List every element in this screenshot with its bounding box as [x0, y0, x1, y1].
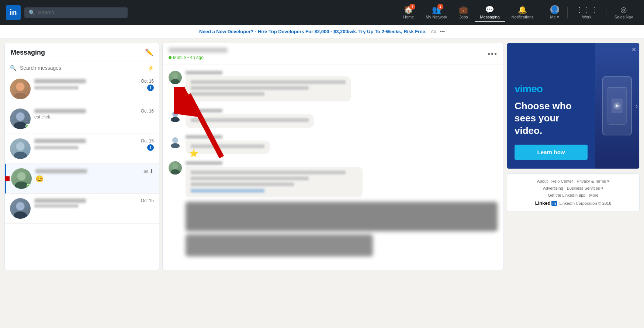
- nav-item-work[interactable]: ⋮⋮⋮ Work: [571, 3, 603, 22]
- footer-app[interactable]: Get the LinkedIn app: [548, 193, 585, 197]
- chat-messages-wrapper: ⭐: [163, 65, 503, 270]
- message-search-input[interactable]: [20, 65, 144, 71]
- compose-icon[interactable]: ✏️: [145, 48, 153, 56]
- msg-bubble-wrap-4: [186, 161, 498, 256]
- ad-more-icon[interactable]: •••: [440, 29, 445, 34]
- ad-close-button[interactable]: ✕: [631, 46, 636, 53]
- ad-link[interactable]: Need a New Developer? - Hire Top Develop…: [199, 29, 426, 34]
- chat-message-2: [169, 109, 498, 128]
- ad-cta-button[interactable]: Learn how: [515, 145, 588, 160]
- nav-item-messaging[interactable]: 💬 Messaging: [475, 3, 505, 22]
- msg-line-5: [191, 144, 264, 148]
- linkedin-logo[interactable]: in: [6, 5, 21, 20]
- nav-item-notifications[interactable]: 🔔 Notifications: [506, 3, 539, 22]
- conv-name-row-3: Oct 15: [34, 138, 154, 144]
- chat-header: Mobile • 4h ago •••: [163, 43, 503, 65]
- footer-copyright: LinkedIn Corporation © 2018: [559, 201, 611, 206]
- msg-avatar-1: [169, 71, 182, 84]
- conv-name-row-2: Oct 16: [34, 108, 154, 114]
- conversation-list: Oct 16 1: [5, 74, 159, 224]
- msg-line-1: [191, 80, 346, 84]
- conv-avatar-3: [10, 138, 31, 159]
- svg-point-19: [171, 79, 180, 84]
- conv-avatar-4: [11, 168, 32, 189]
- msg-bubble-wrap-2: [186, 109, 314, 128]
- msg-sender-1: [186, 71, 351, 75]
- filter-icon[interactable]: ⚡: [148, 65, 154, 71]
- footer-about[interactable]: About: [537, 179, 548, 184]
- ad-left: vimeo Choose who sees your video. Learn …: [507, 43, 595, 169]
- nav-item-jobs[interactable]: 💼 Jobs: [454, 3, 473, 22]
- network-icon: 👥 1: [432, 5, 441, 14]
- msg-line-2: [191, 86, 309, 90]
- notifications-label: Notifications: [512, 15, 534, 19]
- msg-link[interactable]: [191, 189, 357, 194]
- network-label: My Network: [426, 15, 447, 19]
- search-bar[interactable]: 🔍: [24, 7, 128, 18]
- nav-divider: [542, 7, 542, 18]
- jobs-label: Jobs: [459, 15, 468, 19]
- svg-point-8: [14, 152, 27, 159]
- conv-name-row-5: Oct 15: [34, 198, 154, 203]
- chat-panel: Mobile • 4h ago •••: [162, 43, 504, 270]
- svg-point-20: [172, 111, 178, 117]
- chat-message-4: [169, 161, 498, 256]
- nav-item-me[interactable]: 👤 Me ▾: [545, 3, 564, 23]
- footer-brand: Linkedin LinkedIn Corporation © 2018: [512, 200, 634, 206]
- status-dot: [169, 56, 172, 59]
- conversation-item-1[interactable]: Oct 16 1: [5, 74, 159, 104]
- top-navigation: in 🔍 🏠 7 Home 👥 1 My Network 💼 Jobs 💬 Me…: [0, 0, 644, 25]
- jobs-icon: 💼: [459, 5, 468, 14]
- conv-date-2: Oct 16: [141, 108, 154, 114]
- conversation-item-3[interactable]: Oct 15 1: [5, 134, 159, 164]
- svg-point-12: [17, 172, 25, 180]
- work-icon: ⋮⋮⋮: [576, 5, 598, 14]
- nav-item-network[interactable]: 👥 1 My Network: [420, 3, 452, 22]
- chat-header-info: Mobile • 4h ago: [169, 48, 228, 60]
- ad-arrow-right[interactable]: ›: [636, 102, 638, 110]
- ad-banner: Need a New Developer? - Hire Top Develop…: [0, 25, 644, 38]
- conversation-item-2[interactable]: Oct 16 est click...: [5, 104, 159, 134]
- svg-point-6: [16, 113, 24, 121]
- footer-business[interactable]: Business Services ▾: [567, 186, 603, 191]
- salesnav-label: Sales Nav: [614, 15, 633, 19]
- conv-date-1: Oct 16: [141, 79, 154, 84]
- home-icon: 🏠 7: [404, 5, 413, 14]
- footer-privacy[interactable]: Privacy & Terms ▾: [577, 179, 609, 184]
- me-icon: 👤: [550, 5, 559, 14]
- vimeo-logo: vimeo: [515, 83, 588, 95]
- msg-line-7: [191, 176, 309, 180]
- footer-links: About Help Center Privacy & Terms ▾ Adve…: [507, 173, 640, 211]
- conversation-item-5[interactable]: Oct 15: [5, 194, 159, 224]
- online-indicator-4: [27, 184, 31, 188]
- ad-decoration: [602, 76, 632, 135]
- network-badge: 1: [437, 4, 443, 10]
- msg-bubble-wrap-1: [186, 71, 351, 101]
- chat-more-button[interactable]: •••: [488, 50, 498, 58]
- nav-item-home[interactable]: 🏠 7 Home: [398, 3, 419, 22]
- email-icon: ✉: [143, 168, 148, 174]
- nav-items: 🏠 7 Home 👥 1 My Network 💼 Jobs 💬 Messagi…: [398, 3, 638, 23]
- msg-bubble-3: ⭐: [186, 141, 270, 154]
- search-icon-small: 🔍: [10, 65, 16, 71]
- msg-avatar-2: [169, 109, 182, 122]
- conv-content-5: Oct 15: [34, 198, 154, 208]
- footer-more[interactable]: More: [589, 193, 599, 197]
- conv-avatar-5: [10, 198, 31, 219]
- user-avatar: 👤: [550, 5, 559, 14]
- footer-help[interactable]: Help Center: [551, 179, 573, 184]
- nav-divider-2: [567, 7, 568, 18]
- ad-right: ✕ ›: [595, 43, 639, 169]
- svg-point-5: [14, 122, 27, 129]
- conv-content-4: ✉ ⬇ 😊: [35, 168, 154, 183]
- svg-point-16: [14, 211, 27, 219]
- nav-item-salesnav[interactable]: ◎ Sales Nav: [609, 3, 638, 22]
- svg-point-18: [172, 73, 178, 79]
- msg-bubble-1: [186, 76, 351, 101]
- conversation-item-4[interactable]: ✉ ⬇ 😊: [5, 164, 159, 194]
- unread-badge-1: 1: [147, 84, 154, 91]
- conv-preview-3: [34, 146, 79, 149]
- search-input[interactable]: [38, 10, 123, 15]
- conv-avatar-2: [10, 108, 31, 129]
- footer-advertising[interactable]: Advertising: [543, 186, 563, 191]
